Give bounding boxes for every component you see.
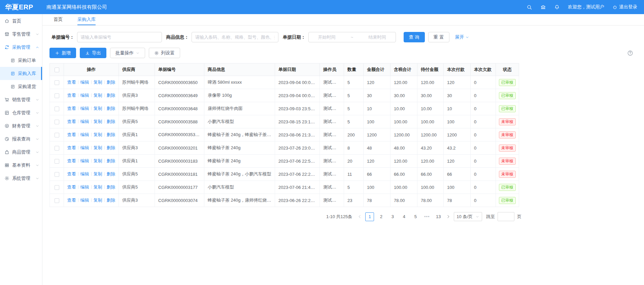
edit-link[interactable]: 编辑 <box>80 106 89 111</box>
bill-no-input[interactable] <box>77 32 162 42</box>
date-end-input[interactable] <box>362 35 393 40</box>
row-checkbox[interactable] <box>55 133 59 137</box>
sidebar-item-report[interactable]: 报表查询 <box>0 132 42 146</box>
edit-link[interactable]: 编辑 <box>80 185 89 190</box>
copy-link[interactable]: 复制 <box>94 106 102 111</box>
edit-link[interactable]: 编辑 <box>80 80 89 85</box>
delete-link[interactable]: 删除 <box>107 80 115 85</box>
row-checkbox[interactable] <box>55 159 59 164</box>
select-all-checkbox[interactable] <box>55 68 59 72</box>
delete-link[interactable]: 删除 <box>107 185 115 190</box>
edit-link[interactable]: 编辑 <box>80 158 89 163</box>
row-checkbox[interactable] <box>55 120 59 124</box>
copy-link[interactable]: 复制 <box>94 119 102 124</box>
sidebar-item-warehouse[interactable]: 仓库管理 <box>0 106 42 119</box>
chevron-down-icon <box>465 35 469 39</box>
delete-link[interactable]: 删除 <box>107 132 115 137</box>
delete-link[interactable]: 删除 <box>107 198 115 203</box>
row-checkbox[interactable] <box>55 80 59 85</box>
page-button-3[interactable]: 3 <box>388 212 397 221</box>
page-button-4[interactable]: 4 <box>400 212 408 221</box>
view-link[interactable]: 查看 <box>67 185 76 190</box>
page-ellipsis[interactable]: ••• <box>422 212 431 221</box>
notification-bell-icon[interactable] <box>554 4 560 10</box>
column-settings-button[interactable]: 列设置 <box>149 48 180 58</box>
delete-link[interactable]: 删除 <box>107 106 115 111</box>
copy-link[interactable]: 复制 <box>94 198 102 203</box>
sidebar-item-home[interactable]: 首页 <box>0 14 42 28</box>
delete-link[interactable]: 删除 <box>107 93 115 98</box>
view-link[interactable]: 查看 <box>67 119 76 124</box>
search-button[interactable]: 查询 <box>404 32 425 42</box>
row-checkbox[interactable] <box>55 107 59 111</box>
copy-link[interactable]: 复制 <box>94 145 102 150</box>
copy-link[interactable]: 复制 <box>94 80 102 85</box>
row-checkbox[interactable] <box>55 93 59 98</box>
page-button-1[interactable]: 1 <box>365 212 374 221</box>
page-size-select[interactable]: 10 条/页 <box>454 212 482 221</box>
view-link[interactable]: 查看 <box>67 106 76 111</box>
delete-link[interactable]: 删除 <box>107 171 115 176</box>
edit-link[interactable]: 编辑 <box>80 132 89 137</box>
edit-link[interactable]: 编辑 <box>80 93 89 98</box>
sidebar-item-goods[interactable]: 商品管理 <box>0 146 42 159</box>
sidebar-item-material[interactable]: 基本资料 <box>0 159 42 172</box>
prev-page-button[interactable] <box>357 214 363 219</box>
edit-link[interactable]: 编辑 <box>80 198 89 203</box>
row-checkbox[interactable] <box>55 172 59 177</box>
view-link[interactable]: 查看 <box>67 158 76 163</box>
delete-link[interactable]: 删除 <box>107 158 115 163</box>
row-checkbox[interactable] <box>55 185 59 190</box>
edit-link[interactable]: 编辑 <box>80 171 89 176</box>
tab-purchase-inbound[interactable]: 采购入库 <box>77 14 96 25</box>
edit-link[interactable]: 编辑 <box>80 119 89 124</box>
add-button[interactable]: 新增 <box>49 48 76 58</box>
date-start-input[interactable] <box>311 35 342 40</box>
batch-operations-button[interactable]: 批量操作 <box>110 48 145 58</box>
reset-button[interactable]: 重置 <box>428 32 449 42</box>
sidebar-item-purchase-return[interactable]: 采购退货 <box>0 80 42 93</box>
copy-link[interactable]: 复制 <box>94 158 102 163</box>
view-link[interactable]: 查看 <box>67 80 76 85</box>
sidebar-item-retail[interactable]: 零售管理 <box>0 28 42 41</box>
page-button-2[interactable]: 2 <box>377 212 385 221</box>
sidebar-item-purchase-inbound[interactable]: 采购入库 <box>0 67 42 80</box>
tab-home[interactable]: 首页 <box>54 14 63 25</box>
delete-link[interactable]: 删除 <box>107 119 115 124</box>
page-button-5[interactable]: 5 <box>411 212 420 221</box>
expand-link[interactable]: 展开 <box>455 34 469 40</box>
toolbar: 新增 导出 批量操作 列设置 <box>49 48 637 58</box>
view-link[interactable]: 查看 <box>67 145 76 150</box>
view-link[interactable]: 查看 <box>67 93 76 98</box>
view-link[interactable]: 查看 <box>67 171 76 176</box>
cell-operator: 测试用户 <box>320 89 344 102</box>
row-checkbox[interactable] <box>55 198 59 203</box>
sidebar-item-sales[interactable]: 销售管理 <box>0 93 42 106</box>
sidebar-item-finance[interactable]: 财务管理 <box>0 119 42 132</box>
page-button-13[interactable]: 13 <box>434 212 443 221</box>
copy-link[interactable]: 复制 <box>94 93 102 98</box>
sidebar-item-purchase[interactable]: 采购管理 <box>0 41 42 54</box>
view-link[interactable]: 查看 <box>67 132 76 137</box>
logout-button[interactable]: 退出登录 <box>612 4 637 10</box>
next-page-button[interactable] <box>445 214 451 219</box>
sidebar-item-label: 采购订单 <box>18 57 36 64</box>
goods-input[interactable] <box>192 32 278 42</box>
view-link[interactable]: 查看 <box>67 198 76 203</box>
cell-bill-no: CGRK00000003649 <box>155 89 204 102</box>
sidebar-item-purchase-order[interactable]: 采购订单 <box>0 54 42 67</box>
export-button[interactable]: 导出 <box>80 48 106 58</box>
date-range-picker[interactable]: ~ <box>308 32 396 42</box>
help-icon[interactable] <box>627 50 633 56</box>
row-checkbox[interactable] <box>55 146 59 151</box>
jump-page-input[interactable] <box>498 212 514 221</box>
delete-link[interactable]: 删除 <box>107 145 115 150</box>
search-icon[interactable] <box>527 4 532 10</box>
sidebar-item-system[interactable]: 系统管理 <box>0 172 42 185</box>
edit-link[interactable]: 编辑 <box>80 145 89 150</box>
copy-link[interactable]: 复制 <box>94 171 102 176</box>
copy-link[interactable]: 复制 <box>94 132 102 137</box>
cell-bill-no: CGRK00000003588 <box>155 115 204 128</box>
copy-link[interactable]: 复制 <box>94 185 102 190</box>
platform-icon[interactable] <box>540 4 546 10</box>
